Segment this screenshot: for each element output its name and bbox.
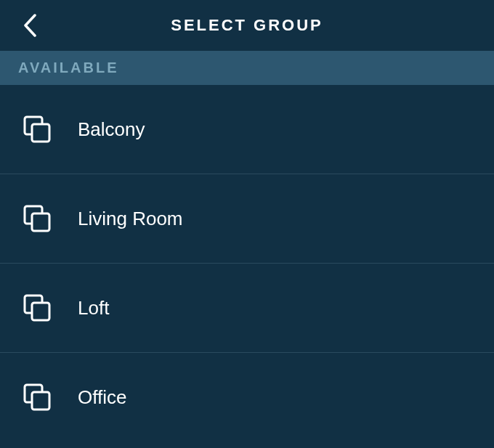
list-item-label: Balcony — [78, 118, 145, 141]
list-item[interactable]: Living Room — [0, 174, 494, 264]
group-icon — [22, 293, 52, 323]
svg-rect-1 — [32, 124, 49, 142]
group-list: Balcony Living Room Loft Office — [0, 85, 494, 441]
list-item[interactable]: Loft — [0, 264, 494, 353]
header: SELECT GROUP — [0, 0, 494, 51]
group-icon — [22, 114, 52, 144]
section-header-available: AVAILABLE — [0, 51, 494, 85]
group-icon — [22, 382, 52, 412]
list-item-label: Loft — [78, 297, 109, 319]
list-item[interactable]: Office — [0, 353, 494, 441]
list-item[interactable]: Balcony — [0, 85, 494, 174]
back-button[interactable] — [23, 14, 36, 37]
svg-rect-5 — [32, 303, 49, 320]
svg-rect-7 — [32, 392, 49, 410]
group-icon — [22, 203, 52, 234]
list-item-label: Living Room — [78, 208, 183, 230]
page-title: SELECT GROUP — [15, 16, 479, 35]
svg-rect-3 — [32, 213, 49, 231]
chevron-left-icon — [23, 14, 36, 37]
list-item-label: Office — [78, 386, 126, 409]
